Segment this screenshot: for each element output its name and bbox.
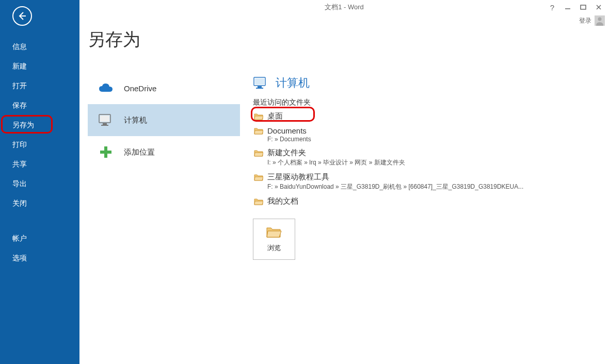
arrow-left-icon [17,11,27,21]
place-computer[interactable]: 计算机 [88,104,240,136]
svg-rect-15 [256,88,263,89]
place-label: OneDrive [124,84,156,93]
minimize-button[interactable] [563,2,573,12]
folder-icon [254,150,263,157]
sidebar-item-1[interactable]: 新建 [0,57,79,76]
svg-rect-14 [258,86,262,88]
folder-name: Documents [267,126,307,135]
sidebar-lower-0[interactable]: 帐户 [0,229,79,249]
svg-point-4 [598,18,602,21]
svg-rect-8 [103,123,107,125]
content-area: 另存为 OneDrive计算机添加位置 计算机 最近访问的文件夹 桌面Docum… [88,23,609,364]
folder-item[interactable]: 新建文件夹I: » 个人档案 » lrq » 毕业设计 » 网页 » 新建文件夹 [253,146,588,170]
sidebar-item-2[interactable]: 打开 [0,76,79,96]
place-label: 计算机 [124,115,147,125]
folder-item[interactable]: 我的文档 [253,194,588,209]
back-button[interactable] [12,6,32,26]
close-window-button[interactable] [594,2,604,12]
sidebar-item-8[interactable]: 关闭 [0,194,79,213]
sidebar-item-0[interactable]: 信息 [0,37,79,57]
maximize-button[interactable] [578,2,588,12]
sidebar-item-6[interactable]: 共享 [0,155,79,174]
place-cloud[interactable]: OneDrive [88,72,240,104]
computer-icon [98,112,114,128]
backstage-sidebar: 信息新建打开保存另存为打印共享导出关闭 帐户选项 [0,0,79,364]
cloud-icon [98,80,114,96]
pane-heading: 计算机 [276,75,310,91]
browse-button[interactable]: 浏览 [253,219,295,260]
folder-item[interactable]: 三星驱动教程工具F: » BaiduYunDownload » 三星_G3819… [253,170,588,194]
browse-label: 浏览 [267,243,281,253]
page-title: 另存为 [88,28,609,52]
place-plus[interactable]: 添加位置 [88,136,240,168]
folder-list: 桌面DocumentsF: » Documents新建文件夹I: » 个人档案 … [253,109,588,209]
sidebar-item-7[interactable]: 导出 [0,174,79,194]
sidebar-item-5[interactable]: 打印 [0,135,79,155]
annotation-highlight [1,115,53,134]
folder-path: F: » BaiduYunDownload » 三星_G3819D_刷机包 » … [267,183,587,191]
svg-rect-13 [255,78,264,85]
sidebar-item-4[interactable]: 另存为 [0,115,79,135]
plus-icon [98,144,114,160]
recent-folders-label: 最近访问的文件夹 [253,98,588,107]
folder-item[interactable]: DocumentsF: » Documents [253,124,588,146]
places-list: OneDrive计算机添加位置 [88,72,240,168]
window-controls: ? [547,0,609,14]
folder-item[interactable]: 桌面 [253,109,588,124]
sidebar-item-3[interactable]: 保存 [0,96,79,115]
folder-name: 三星驱动教程工具 [267,172,329,182]
folder-name: 桌面 [267,111,283,121]
svg-rect-7 [100,115,109,122]
svg-rect-11 [100,151,111,154]
pane-header: 计算机 [253,75,588,91]
window-title-bar: 文档1 - Word [79,0,609,14]
sidebar-lower-1[interactable]: 选项 [0,249,79,268]
place-label: 添加位置 [124,147,155,157]
svg-rect-9 [101,125,108,126]
folder-open-icon [266,226,282,238]
folder-icon [254,174,263,181]
folder-icon [254,113,263,120]
folder-path: F: » Documents [267,136,587,143]
window-title: 文档1 - Word [325,3,364,12]
computer-icon [253,75,268,91]
folder-icon [254,127,263,135]
folder-name: 我的文档 [267,196,298,206]
folder-name: 新建文件夹 [267,148,306,158]
details-pane: 计算机 最近访问的文件夹 桌面DocumentsF: » Documents新建… [253,75,588,260]
folder-path: I: » 个人档案 » lrq » 毕业设计 » 网页 » 新建文件夹 [267,158,587,167]
help-button[interactable]: ? [547,2,557,12]
folder-icon [254,198,263,205]
svg-rect-1 [581,5,586,9]
